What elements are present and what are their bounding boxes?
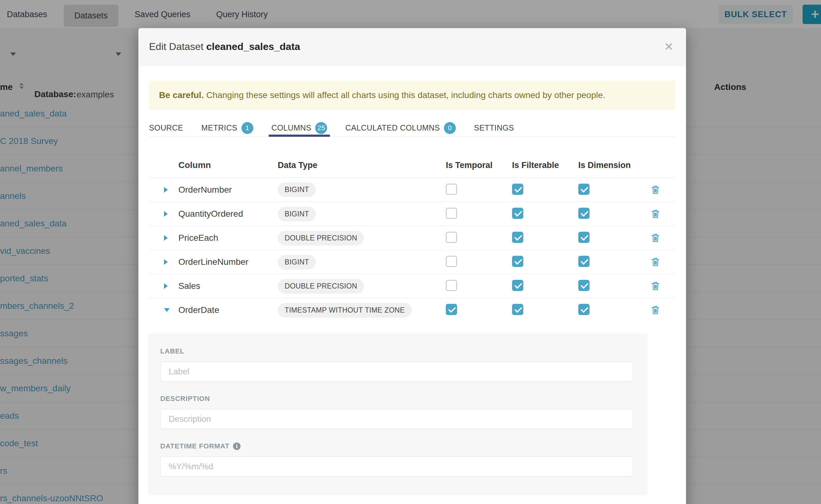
warning-text: Changing these settings will affect all … (206, 90, 605, 100)
is-dimension-checkbox[interactable] (578, 304, 590, 315)
is-temporal-checkbox[interactable] (446, 184, 457, 195)
tab-label: METRICS (201, 123, 237, 132)
tab-metrics[interactable]: METRICS1 (201, 121, 253, 135)
data-type-pill: TIMESTAMP WITHOUT TIME ZONE (278, 303, 412, 318)
column-editor-panel: LABEL DESCRIPTION DATETIME FORMAT i (148, 333, 648, 495)
expand-toggle[interactable] (149, 235, 178, 241)
column-row: PriceEachDOUBLE PRECISION (149, 226, 675, 250)
is-dimension-checkbox[interactable] (578, 256, 590, 267)
column-name: OrderDate (178, 305, 278, 315)
columns-table: Column Data Type Is Temporal Is Filterab… (149, 153, 675, 322)
is-dimension-checkbox[interactable] (578, 184, 590, 195)
tab-label: SETTINGS (474, 123, 514, 132)
is-filterable-checkbox[interactable] (512, 304, 523, 315)
tab-label: SOURCE (149, 123, 183, 132)
description-input[interactable] (160, 409, 633, 429)
tab-calculated-columns[interactable]: CALCULATED COLUMNS0 (345, 121, 456, 135)
caret-right-icon (164, 259, 168, 265)
columns-table-rows: OrderNumberBIGINTQuantityOrderedBIGINTPr… (149, 178, 675, 322)
column-name: OrderLineNumber (178, 257, 278, 267)
expand-toggle[interactable] (149, 283, 178, 289)
column-row: QuantityOrderedBIGINT (149, 202, 675, 226)
trash-icon[interactable] (651, 233, 660, 243)
screen: Databases Datasets Saved Queries Query H… (0, 0, 821, 504)
caret-right-icon (164, 187, 168, 193)
datetime-format-input[interactable] (160, 457, 633, 477)
trash-icon[interactable] (651, 209, 660, 219)
expand-toggle[interactable] (149, 259, 178, 265)
is-temporal-checkbox[interactable] (446, 208, 457, 219)
data-type-pill: BIGINT (278, 255, 316, 269)
header-is-filterable: Is Filterable (512, 161, 578, 170)
warning-banner: Be careful. Changing these settings will… (149, 81, 675, 110)
is-temporal-checkbox[interactable] (446, 304, 457, 315)
modal-title: Edit Dataset cleaned_sales_data (149, 41, 300, 52)
column-row: OrderLineNumberBIGINT (149, 250, 675, 274)
close-icon[interactable]: ✕ (664, 41, 674, 52)
is-dimension-checkbox[interactable] (578, 208, 590, 219)
column-name: QuantityOrdered (178, 209, 278, 219)
caret-right-icon (164, 235, 168, 241)
column-row: SalesDOUBLE PRECISION (149, 274, 675, 298)
header-data-type: Data Type (278, 161, 446, 170)
is-temporal-checkbox[interactable] (446, 280, 457, 291)
column-name: OrderNumber (178, 185, 278, 195)
label-field-heading: LABEL (160, 347, 633, 355)
is-filterable-checkbox[interactable] (512, 208, 523, 219)
tab-columns[interactable]: COLUMNS25 (271, 121, 327, 135)
modal-dataset-name: cleaned_sales_data (206, 41, 300, 52)
modal-header: Edit Dataset cleaned_sales_data ✕ (138, 28, 686, 66)
tab-label: CALCULATED COLUMNS (345, 123, 440, 132)
is-filterable-checkbox[interactable] (512, 256, 523, 267)
expand-toggle[interactable] (149, 308, 178, 312)
columns-count-badge: 25 (315, 122, 327, 134)
edit-dataset-modal: Edit Dataset cleaned_sales_data ✕ Be car… (138, 28, 686, 504)
data-type-pill: DOUBLE PRECISION (278, 231, 364, 245)
is-filterable-checkbox[interactable] (512, 280, 523, 291)
calculated-columns-count-badge: 0 (444, 122, 456, 134)
is-filterable-checkbox[interactable] (512, 232, 523, 243)
tab-settings[interactable]: SETTINGS (474, 121, 514, 135)
expand-toggle[interactable] (149, 187, 178, 193)
datetime-format-field-heading: DATETIME FORMAT i (160, 442, 633, 450)
warning-bold: Be careful. (159, 90, 204, 100)
columns-table-header: Column Data Type Is Temporal Is Filterab… (149, 153, 675, 178)
is-temporal-checkbox[interactable] (446, 256, 457, 267)
data-type-pill: BIGINT (278, 182, 316, 197)
caret-right-icon (164, 283, 168, 289)
column-name: Sales (178, 281, 278, 291)
column-name: PriceEach (178, 233, 278, 243)
is-temporal-checkbox[interactable] (446, 232, 457, 243)
modal-title-prefix: Edit Dataset (149, 41, 203, 52)
trash-icon[interactable] (651, 305, 660, 315)
column-row: OrderDateTIMESTAMP WITHOUT TIME ZONE (149, 298, 675, 322)
tab-label: COLUMNS (271, 123, 311, 132)
is-dimension-checkbox[interactable] (578, 232, 590, 243)
is-dimension-checkbox[interactable] (578, 280, 590, 291)
data-type-pill: DOUBLE PRECISION (278, 279, 364, 294)
modal-tabs: SOURCE METRICS1 COLUMNS25 CALCULATED COL… (149, 121, 675, 137)
label-input[interactable] (160, 362, 633, 382)
caret-right-icon (164, 211, 168, 217)
tab-source[interactable]: SOURCE (149, 121, 183, 135)
trash-icon[interactable] (651, 185, 660, 195)
modal-body: Be careful. Changing these settings will… (138, 81, 686, 495)
data-type-pill: BIGINT (278, 207, 316, 221)
column-row: OrderNumberBIGINT (149, 178, 675, 202)
trash-icon[interactable] (651, 281, 660, 291)
header-is-temporal: Is Temporal (446, 161, 512, 170)
expand-toggle[interactable] (149, 211, 178, 217)
info-icon[interactable]: i (233, 442, 240, 450)
trash-icon[interactable] (651, 257, 660, 267)
is-filterable-checkbox[interactable] (512, 184, 523, 195)
metrics-count-badge: 1 (241, 122, 253, 134)
description-field-heading: DESCRIPTION (160, 395, 633, 403)
header-is-dimension: Is Dimension (578, 161, 645, 170)
header-column: Column (178, 160, 278, 170)
caret-down-icon (164, 308, 170, 312)
